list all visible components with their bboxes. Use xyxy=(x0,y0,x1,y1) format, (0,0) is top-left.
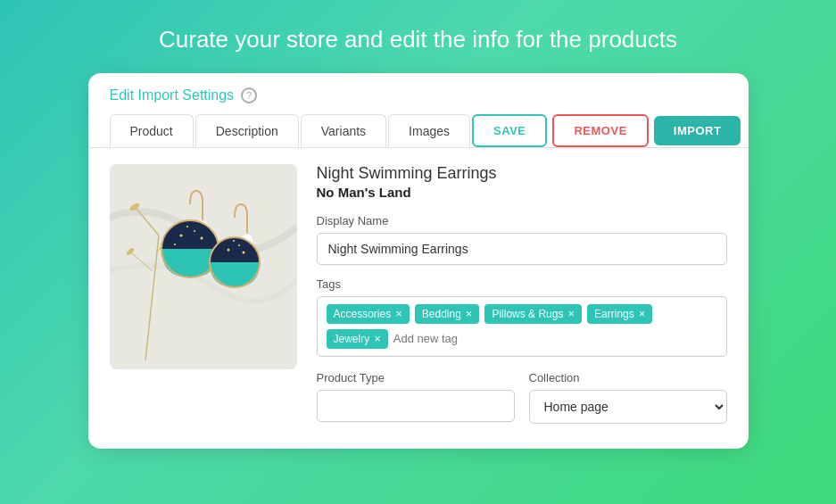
card-header-title: Edit Import Settings xyxy=(110,87,235,103)
tags-label: Tags xyxy=(317,277,727,291)
tag-earrings[interactable]: Earrings × xyxy=(587,304,652,324)
product-name: Night Swimming Earrings xyxy=(317,164,727,183)
tab-variants[interactable]: Variants xyxy=(301,114,386,147)
tag-pillows-rugs[interactable]: Pillows & Rugs × xyxy=(484,304,582,324)
product-image xyxy=(110,164,297,369)
collection-field: Collection Home page Featured All Produc… xyxy=(529,371,727,424)
svg-point-14 xyxy=(200,236,203,239)
tab-description[interactable]: Description xyxy=(195,114,299,147)
tabs-row: Product Description Variants Images SAVE… xyxy=(88,103,749,148)
product-vendor: No Man's Land xyxy=(317,185,727,200)
svg-point-22 xyxy=(242,251,244,253)
svg-point-13 xyxy=(186,226,188,227)
display-name-label: Display Name xyxy=(317,214,727,227)
remove-button[interactable]: REMOVE xyxy=(552,114,648,147)
collection-label: Collection xyxy=(529,371,727,384)
svg-point-15 xyxy=(174,244,176,245)
tag-jewelry[interactable]: Jewelry × xyxy=(327,329,388,349)
card-header: Edit Import Settings ? xyxy=(88,73,749,103)
svg-point-21 xyxy=(233,240,235,242)
tab-product[interactable]: Product xyxy=(110,114,194,147)
svg-point-19 xyxy=(227,248,229,251)
page-title: Curate your store and edit the info for … xyxy=(141,0,695,73)
tag-bedding-remove[interactable]: × xyxy=(466,308,473,319)
display-name-input[interactable] xyxy=(317,233,727,265)
tag-pillows-rugs-remove[interactable]: × xyxy=(567,308,575,319)
import-button[interactable]: IMPORT xyxy=(654,116,741,145)
display-name-field: Display Name xyxy=(317,214,727,265)
tag-accessories[interactable]: Accessories × xyxy=(327,304,410,324)
product-type-input[interactable] xyxy=(317,390,515,422)
svg-point-20 xyxy=(238,244,240,246)
svg-point-12 xyxy=(194,230,195,232)
save-button[interactable]: SAVE xyxy=(472,114,547,147)
edit-import-card: Edit Import Settings ? Product Descripti… xyxy=(88,73,749,449)
tags-container: Accessories × Bedding × Pillows & Rugs ×… xyxy=(317,296,727,357)
product-type-field: Product Type xyxy=(317,371,515,424)
add-tag-input[interactable] xyxy=(393,332,543,345)
tag-earrings-remove[interactable]: × xyxy=(639,308,646,319)
card-body: Night Swimming Earrings No Man's Land Di… xyxy=(88,148,749,424)
tag-jewelry-remove[interactable]: × xyxy=(374,333,381,344)
product-info: Night Swimming Earrings No Man's Land Di… xyxy=(317,164,727,424)
svg-point-11 xyxy=(179,234,182,236)
bottom-fields: Product Type Collection Home page Featur… xyxy=(317,371,727,424)
product-type-label: Product Type xyxy=(317,371,515,384)
tag-accessories-remove[interactable]: × xyxy=(395,308,402,319)
tags-section: Tags Accessories × Bedding × Pillows & R… xyxy=(317,277,727,357)
tag-bedding[interactable]: Bedding × xyxy=(415,304,480,324)
help-icon[interactable]: ? xyxy=(241,87,257,103)
tab-images[interactable]: Images xyxy=(388,114,470,147)
collection-select[interactable]: Home page Featured All Products xyxy=(529,390,727,424)
